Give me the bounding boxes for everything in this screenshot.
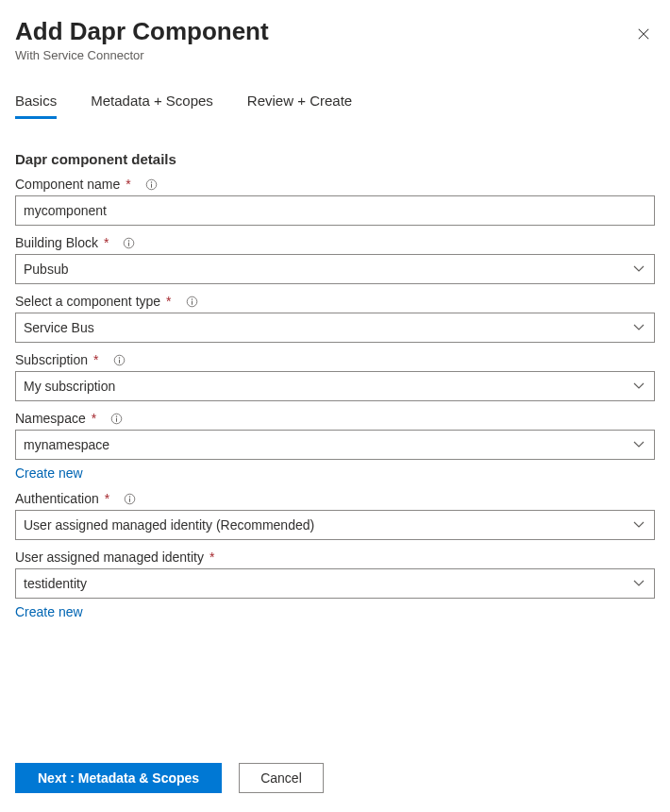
tab-bar: Basics Metadata + Scopes Review + Create	[15, 93, 655, 119]
svg-rect-14	[116, 417, 117, 421]
info-icon[interactable]	[112, 353, 126, 367]
component-name-label: Component name*	[15, 177, 655, 192]
tab-basics[interactable]: Basics	[15, 93, 57, 119]
component-type-select[interactable]: Service Bus	[15, 313, 655, 343]
chevron-down-icon	[633, 519, 645, 531]
svg-point-1	[151, 181, 152, 182]
svg-rect-8	[192, 300, 193, 304]
subscription-label: Subscription*	[15, 352, 655, 367]
chevron-down-icon	[633, 263, 645, 275]
info-icon[interactable]	[185, 295, 199, 309]
info-icon[interactable]	[122, 236, 136, 250]
info-icon[interactable]	[109, 412, 124, 426]
close-icon	[637, 27, 650, 41]
uami-create-new-link[interactable]: Create new	[15, 604, 83, 619]
chevron-down-icon	[633, 381, 645, 392]
namespace-create-new-link[interactable]: Create new	[15, 465, 83, 481]
chevron-down-icon	[633, 578, 645, 589]
chevron-down-icon	[633, 439, 645, 450]
svg-rect-5	[128, 242, 129, 245]
tab-review-create[interactable]: Review + Create	[247, 93, 352, 119]
chevron-down-icon	[633, 322, 645, 333]
next-button[interactable]: Next : Metadata & Scopes	[15, 763, 222, 793]
namespace-label: Namespace*	[15, 411, 655, 426]
svg-rect-17	[129, 498, 130, 501]
tab-metadata-scopes[interactable]: Metadata + Scopes	[91, 93, 213, 119]
component-name-input[interactable]	[15, 195, 655, 226]
component-type-label: Select a component type*	[15, 294, 655, 309]
info-icon[interactable]	[123, 492, 137, 506]
uami-label: User assigned managed identity*	[15, 550, 655, 565]
svg-point-4	[128, 240, 129, 241]
subscription-select[interactable]: My subscription	[15, 371, 655, 401]
svg-point-7	[191, 298, 192, 299]
section-heading: Dapr component details	[15, 151, 655, 167]
svg-point-10	[118, 357, 119, 358]
panel-subtitle: With Service Connector	[15, 48, 655, 62]
svg-point-13	[116, 415, 117, 416]
authentication-select[interactable]: User assigned managed identity (Recommen…	[15, 510, 655, 540]
authentication-label: Authentication*	[15, 491, 655, 506]
uami-select[interactable]: testidentity	[15, 568, 655, 599]
svg-rect-2	[151, 183, 152, 187]
close-button[interactable]	[632, 23, 655, 45]
building-block-label: Building Block*	[15, 235, 655, 250]
namespace-select[interactable]: mynamespace	[15, 430, 655, 460]
panel-title: Add Dapr Component	[15, 17, 655, 46]
svg-rect-11	[119, 359, 120, 363]
info-icon[interactable]	[144, 178, 159, 192]
building-block-select[interactable]: Pubsub	[15, 254, 655, 284]
svg-point-16	[129, 496, 130, 497]
cancel-button[interactable]: Cancel	[239, 763, 324, 793]
